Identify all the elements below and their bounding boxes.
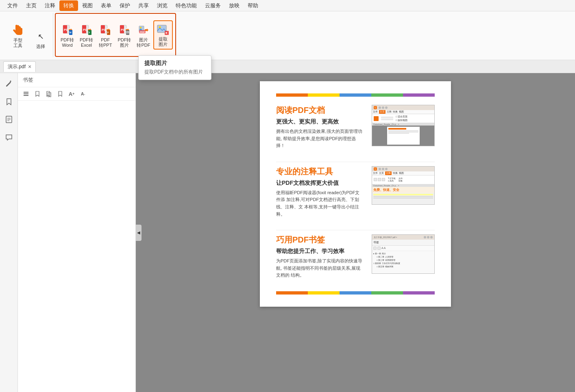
pdf-title-read: 阅读PDF文档 bbox=[276, 105, 364, 116]
mini-titlebar-annotate: G bbox=[372, 167, 434, 171]
pdf-word-label: PDF转Word bbox=[61, 37, 74, 48]
pdf-to-excel-button[interactable]: PDF X PDF转Excel bbox=[77, 22, 96, 50]
extract-image-icon bbox=[157, 23, 170, 36]
select-label: 选择 bbox=[36, 44, 45, 49]
sidebar-comment-icon[interactable] bbox=[2, 130, 16, 145]
menu-home[interactable]: 主页 bbox=[22, 0, 41, 11]
hand-icon bbox=[10, 22, 26, 38]
pdf-image-label: PDF转图片 bbox=[118, 37, 131, 48]
tab-pdf[interactable]: 演示.pdf × bbox=[3, 61, 36, 72]
menu-help[interactable]: 帮助 bbox=[244, 0, 262, 11]
menu-annotation[interactable]: 注释 bbox=[41, 0, 59, 11]
sidebar-collapse-button[interactable]: ◀ bbox=[136, 225, 142, 241]
svg-rect-31 bbox=[24, 92, 28, 93]
pdf-content-area: ◀ 阅读PDF文档 更强大、更实用、更高效 拥有出色的文档渲染效果,强大的页面管… bbox=[136, 73, 575, 392]
mini-annotate-content bbox=[372, 193, 434, 204]
pdf-excel-icon: PDF X bbox=[80, 24, 93, 37]
tooltip-popup: 提取图片 提取PDF文档中的所有图片 bbox=[138, 55, 211, 80]
ribbon-toolbar: 手型工具 ↖ 选择 PDF bbox=[0, 11, 575, 60]
sidebar-bookmark-icon[interactable] bbox=[2, 94, 16, 109]
sidebar-edit-icon[interactable] bbox=[2, 76, 16, 91]
menu-cloud[interactable]: 云服务 bbox=[201, 0, 225, 11]
pdf-section-annotate: 专业的注释工具 让PDF文档发挥更大价值 使用福昕PDF阅读器(foxit re… bbox=[276, 166, 435, 218]
mini-menubar-read: 文件主页注释转换视图 bbox=[372, 110, 434, 114]
svg-text:PDF: PDF bbox=[140, 31, 145, 33]
pdf-image-icon: PDF 🖼 bbox=[118, 24, 131, 37]
panel-toolbar: A+ A- bbox=[18, 87, 135, 101]
pdf-ppt-label: PDF转PPT bbox=[99, 37, 112, 48]
panel-toolbar-font-smaller-icon[interactable]: A- bbox=[78, 89, 88, 99]
left-sidebar bbox=[0, 73, 18, 392]
ribbon-group-convert: PDF W PDF转Word PDF bbox=[55, 13, 176, 57]
pdf-body-bookmark: 为PDF页面添加书签,除了实现内容的快速导航, 书签还能指明不同书签的层级关系,… bbox=[276, 258, 364, 279]
image-to-pdf-button[interactable]: PDF 图片转PDF bbox=[134, 22, 152, 50]
mini-free-fast-secure: 免费、快速、安全 bbox=[372, 187, 434, 193]
svg-text:🖼: 🖼 bbox=[126, 31, 129, 34]
pdf-color-bar-top bbox=[276, 93, 435, 97]
pdf-page: 阅读PDF文档 更强大、更实用、更高效 拥有出色的文档渲染效果,强大的页面管理功… bbox=[260, 81, 451, 307]
menu-browse[interactable]: 浏览 bbox=[153, 0, 172, 11]
tooltip-title: 提取图片 bbox=[144, 60, 205, 67]
pdf-subtitle-bookmark: 帮助您提升工作、学习效率 bbox=[276, 248, 364, 255]
panel-toolbar-list-icon[interactable] bbox=[21, 89, 31, 99]
svg-rect-33 bbox=[24, 95, 28, 96]
pdf-color-bar-bottom bbox=[276, 291, 435, 295]
menu-share[interactable]: 共享 bbox=[134, 0, 153, 11]
mini-ribbon-annotate: T 打字机≡ 高亮 文件转换 bbox=[372, 175, 434, 184]
mini-content-read bbox=[372, 126, 434, 146]
svg-text:W: W bbox=[70, 31, 72, 34]
extract-image-button[interactable]: 提取图片 bbox=[153, 20, 173, 50]
pdf-title-annotate: 专业的注释工具 bbox=[276, 166, 364, 177]
pdf-text-bookmark: 巧用PDF书签 帮助您提升工作、学习效率 为PDF页面添加书签,除了实现内容的快… bbox=[276, 234, 364, 279]
menu-view[interactable]: 视图 bbox=[78, 0, 97, 11]
tooltip-description: 提取PDF文档中的所有图片 bbox=[144, 69, 205, 76]
tab-bar: 演示.pdf × bbox=[0, 60, 575, 73]
pdf-section-read: 阅读PDF文档 更强大、更实用、更高效 拥有出色的文档渲染效果,强大的页面管理功… bbox=[276, 105, 435, 149]
ribbon-group-hand-tools: 手型工具 ↖ 选择 bbox=[3, 13, 53, 57]
pdf-excel-label: PDF转Excel bbox=[80, 37, 93, 48]
pdf-screenshot-read: G 文件主页注释转换视图 □ 适合页面□ 旋转视 bbox=[372, 105, 435, 146]
hand-tool-button[interactable]: 手型工具 bbox=[7, 19, 29, 51]
mini-titlebar-bookmark: 员工手册_20120917.pdf × bbox=[372, 235, 434, 240]
menu-convert[interactable]: 转换 bbox=[59, 0, 78, 11]
pdf-word-icon: PDF W bbox=[61, 24, 74, 37]
menu-special[interactable]: 特色功能 bbox=[172, 0, 201, 11]
pdf-body-annotate: 使用福昕PDF阅读器(foxit reader)为PDF文件添 加注释,可对PD… bbox=[276, 189, 364, 218]
mini-menubar-annotate: 文件主页注释转换视图 bbox=[372, 171, 434, 175]
pdf-subtitle-annotate: 让PDF文档发挥更大价值 bbox=[276, 180, 364, 187]
pdf-to-word-button[interactable]: PDF W PDF转Word bbox=[58, 22, 76, 50]
menu-present[interactable]: 放映 bbox=[225, 0, 244, 11]
pdf-body-read: 拥有出色的文档渲染效果,强大的页面管理功能, 帮助提升效率,是您阅读PDF的理想… bbox=[276, 128, 364, 149]
hand-tool-label: 手型工具 bbox=[13, 38, 22, 48]
mini-titlebar-read: G bbox=[372, 105, 434, 110]
panel-toolbar-bookmark-add-icon[interactable] bbox=[33, 89, 42, 99]
panel-area: 书签 bbox=[18, 73, 136, 392]
panel-toolbar-font-larger-icon[interactable]: A+ bbox=[67, 89, 76, 99]
menu-form[interactable]: 表单 bbox=[97, 0, 115, 11]
menu-file[interactable]: 文件 bbox=[3, 0, 22, 11]
image-pdf-label: 图片转PDF bbox=[137, 37, 150, 48]
mini-bookmark-toolbar: A A bbox=[372, 246, 434, 251]
convert-items: PDF W PDF转Word PDF bbox=[58, 20, 173, 50]
extract-image-label: 提取图片 bbox=[159, 37, 168, 47]
panel-toolbar-bookmark3-icon[interactable] bbox=[55, 89, 65, 99]
panel-header: 书签 bbox=[18, 73, 135, 87]
select-tool-button[interactable]: ↖ 选择 bbox=[32, 28, 50, 51]
pdf-screenshot-annotate: G 文件主页注释转换视图 T 打字机≡ 高亮 bbox=[372, 166, 435, 205]
pdf-section-bookmark: 巧用PDF书签 帮助您提升工作、学习效率 为PDF页面添加书签,除了实现内容的快… bbox=[276, 234, 435, 279]
svg-rect-32 bbox=[24, 93, 28, 94]
sidebar-page-icon[interactable] bbox=[2, 112, 16, 127]
pdf-ppt-icon: PDF P bbox=[99, 24, 112, 37]
select-icon: ↖ bbox=[34, 30, 47, 43]
pdf-title-bookmark: 巧用PDF书签 bbox=[276, 234, 364, 245]
menu-protect[interactable]: 保护 bbox=[115, 0, 134, 11]
tab-close-button[interactable]: × bbox=[28, 64, 31, 69]
pdf-to-image-button[interactable]: PDF 🖼 PDF转图片 bbox=[115, 22, 133, 50]
pdf-to-ppt-button[interactable]: PDF P PDF转PPT bbox=[96, 22, 114, 50]
menu-bar: 文件 主页 注释 转换 视图 表单 保护 共享 浏览 特色功能 云服务 放映 帮… bbox=[0, 0, 575, 11]
svg-point-21 bbox=[140, 27, 142, 28]
hand-tools-items: 手型工具 ↖ 选择 bbox=[7, 19, 50, 51]
pdf-text-annotate: 专业的注释工具 让PDF文档发挥更大价值 使用福昕PDF阅读器(foxit re… bbox=[276, 166, 364, 218]
pdf-screenshot-bookmark: 员工手册_20120917.pdf × 书签 A A ▸ 第一章 简介 bbox=[372, 234, 435, 274]
panel-toolbar-bookmark2-icon[interactable] bbox=[44, 89, 54, 99]
